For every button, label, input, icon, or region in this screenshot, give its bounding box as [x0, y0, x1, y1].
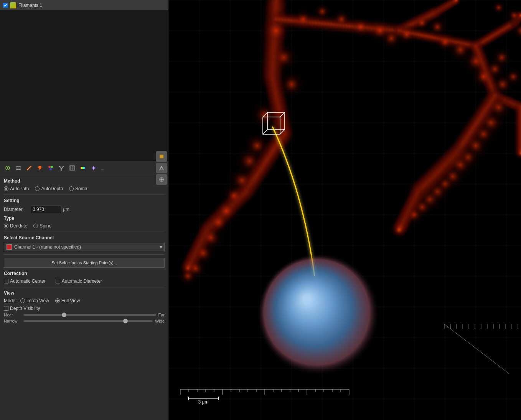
dendrite-option[interactable]: Dendrite	[4, 223, 27, 229]
settings-tool[interactable]	[14, 163, 23, 173]
svg-rect-2	[16, 166, 21, 167]
scale-bar: 3 μm	[188, 398, 219, 405]
svg-rect-17	[81, 167, 85, 169]
magic-tool[interactable]	[89, 163, 98, 173]
soma-option[interactable]: Soma	[69, 186, 87, 191]
svg-marker-18	[91, 166, 96, 170]
draw-tool[interactable]	[25, 163, 34, 173]
autodepth-option[interactable]: AutoDepth	[35, 186, 63, 191]
torch-view-radio[interactable]	[20, 298, 25, 303]
depth-visibility-row: Depth Visibility	[4, 306, 165, 311]
svg-rect-7	[40, 168, 40, 170]
svg-rect-13	[70, 166, 72, 168]
view-mode-row: Mode: Torch View Full View	[4, 298, 165, 303]
near-far-slider-row: Near Far	[4, 313, 165, 317]
svg-rect-16	[72, 168, 74, 170]
torch-view-label: Torch View	[26, 298, 49, 303]
neuron-canvas[interactable]	[169, 0, 521, 420]
divider-4	[4, 287, 165, 287]
svg-rect-4	[16, 169, 21, 170]
torch-view-option[interactable]: Torch View	[20, 298, 49, 303]
full-view-radio[interactable]	[55, 298, 60, 303]
settings-panel: Method AutoPath AutoDepth Soma Setting D…	[0, 175, 168, 420]
full-view-option[interactable]: Full View	[55, 298, 80, 303]
depth-visibility-item[interactable]: Depth Visibility	[4, 306, 40, 311]
diameter-input[interactable]	[31, 206, 61, 213]
gradient-tool[interactable]	[78, 163, 87, 173]
side-buttons	[156, 151, 167, 185]
depth-visibility-checkbox[interactable]	[4, 306, 8, 311]
dendrite-label: Dendrite	[10, 223, 27, 229]
source-channel-title: Select Source Channel	[4, 235, 165, 240]
svg-point-8	[48, 166, 51, 168]
full-view-label: Full View	[61, 298, 80, 303]
diameter-row: Diameter μm	[4, 206, 165, 213]
method-title: Method	[4, 178, 165, 184]
spine-radio[interactable]	[33, 224, 38, 228]
svg-rect-14	[72, 166, 74, 168]
scale-bar-label: 3 μm	[198, 399, 209, 405]
channel-row: Channel 1 - (name not specified) ▾	[4, 243, 165, 251]
diameter-unit: μm	[63, 207, 69, 212]
auto-diameter-item[interactable]: Automatic Diameter	[56, 278, 102, 284]
svg-point-21	[161, 167, 162, 168]
autodepth-radio[interactable]	[35, 186, 40, 191]
svg-rect-3	[16, 168, 21, 169]
filaments-checkbox[interactable]	[3, 3, 8, 8]
channel-color-indicator	[7, 244, 12, 250]
dendrite-radio[interactable]	[4, 224, 8, 228]
soma-label: Soma	[75, 186, 87, 191]
method-radio-row: AutoPath AutoDepth Soma	[4, 186, 165, 191]
correction-title: Correction	[4, 271, 165, 276]
pointer-tool[interactable]	[3, 163, 12, 173]
scale-bar-line	[188, 398, 219, 399]
wide-label: Wide	[155, 319, 165, 323]
diameter-label: Diameter	[4, 207, 31, 212]
brush-tool[interactable]	[35, 163, 45, 173]
color-tool[interactable]	[46, 163, 55, 173]
soma-radio[interactable]	[69, 186, 74, 191]
svg-marker-11	[59, 166, 64, 170]
near-label: Near	[4, 313, 21, 317]
graph-tool[interactable]	[68, 163, 77, 173]
auto-center-label: Automatic Center	[10, 278, 46, 284]
toolbar: ...	[0, 161, 168, 175]
spine-option[interactable]: Spine	[33, 223, 51, 229]
autopath-label: AutoPath	[10, 186, 29, 191]
divider-2	[4, 232, 165, 232]
narrow-label: Narrow	[4, 319, 21, 323]
type-radio-row: Dendrite Spine	[4, 223, 165, 229]
autopath-radio[interactable]	[4, 186, 8, 191]
filter-tool[interactable]	[57, 163, 66, 173]
autopath-option[interactable]: AutoPath	[4, 186, 29, 191]
correction-checkbox-row: Automatic Center Automatic Diameter	[4, 278, 165, 284]
channel-dropdown-wrapper: Channel 1 - (name not specified) ▾	[4, 243, 165, 251]
auto-diameter-label: Automatic Diameter	[62, 278, 102, 284]
svg-point-1	[7, 167, 8, 169]
type-title: Type	[4, 216, 165, 221]
narrow-wide-slider[interactable]	[23, 320, 153, 322]
channel-dropdown[interactable]: Channel 1 - (name not specified) ▾	[4, 243, 165, 251]
near-far-slider[interactable]	[23, 314, 156, 316]
svg-rect-19	[160, 155, 163, 158]
viewport[interactable]: 3 μm	[169, 0, 521, 420]
setting-title: Setting	[4, 198, 165, 203]
autodepth-label: AutoDepth	[41, 186, 63, 191]
set-selection-button[interactable]: Set Selection as Starting Point(s)...	[4, 258, 165, 268]
mode-label: Mode:	[4, 298, 16, 303]
filaments-icon	[10, 2, 16, 8]
action-btn-2[interactable]	[156, 163, 167, 173]
far-label: Far	[158, 313, 165, 317]
auto-diameter-checkbox[interactable]	[56, 279, 60, 283]
svg-point-9	[51, 166, 53, 168]
depth-visibility-label: Depth Visibility	[10, 306, 40, 311]
auto-center-item[interactable]: Automatic Center	[4, 278, 46, 284]
view-title: View	[4, 290, 165, 296]
action-btn-3[interactable]	[156, 174, 167, 185]
svg-rect-15	[70, 168, 72, 170]
more-tools[interactable]: ...	[101, 166, 104, 170]
action-btn-1[interactable]	[156, 151, 167, 162]
divider-3	[4, 254, 165, 255]
svg-point-10	[49, 168, 52, 170]
auto-center-checkbox[interactable]	[4, 279, 8, 283]
